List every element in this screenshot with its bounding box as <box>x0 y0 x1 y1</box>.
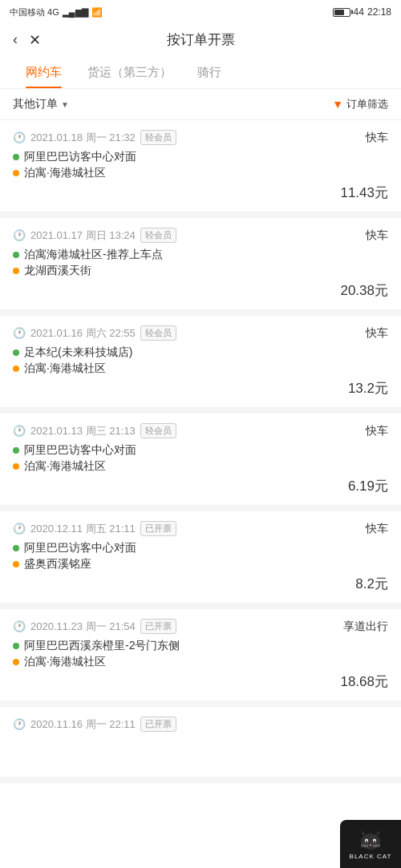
order-meta-left-2: 🕐 2021.01.17 周日 13:24 轻会员 <box>13 228 176 243</box>
order-item-2[interactable]: 🕐 2021.01.17 周日 13:24 轻会员 快车 泊寓海港城社区-推荐上… <box>0 218 401 316</box>
close-button[interactable]: ✕ <box>29 31 41 49</box>
dot-from-icon-6 <box>13 643 19 649</box>
clock-icon-5: 🕐 <box>13 523 26 535</box>
order-type-4: 快车 <box>366 424 388 438</box>
route-to-text-5: 盛奥西溪铭座 <box>24 557 91 571</box>
order-badge-3: 轻会员 <box>140 325 176 341</box>
route-from-3: 足本纪(未来科技城店) <box>13 345 388 360</box>
order-price-5: 8.2元 <box>355 575 388 593</box>
dot-from-icon-5 <box>13 545 19 551</box>
order-footer-6: 18.68元 <box>13 672 388 691</box>
order-badge-5: 已开票 <box>140 521 176 536</box>
svg-marker-2 <box>375 830 380 835</box>
order-item-6[interactable]: 🕐 2020.11.23 周一 21:54 已开票 享道出行 阿里巴巴西溪亲橙里… <box>0 609 401 707</box>
order-footer-1: 11.43元 <box>13 184 388 202</box>
order-item-7[interactable]: 🕐 2020.11.16 周一 22:11 已开票 <box>0 707 401 783</box>
order-item-4[interactable]: 🕐 2021.01.13 周三 21:13 轻会员 快车 阿里巴巴访客中心对面 … <box>0 414 401 511</box>
clock-icon-6: 🕐 <box>13 620 26 632</box>
chevron-down-icon: ▼ <box>61 100 69 109</box>
black-cat-watermark: BLACK CAT <box>340 820 401 868</box>
dot-to-icon-4 <box>13 463 19 470</box>
route-to-1: 泊寓·海港城社区 <box>13 166 388 180</box>
order-type-2: 快车 <box>366 228 388 243</box>
header: ‹ ✕ 按订单开票 <box>0 22 401 57</box>
order-price-1: 11.43元 <box>340 184 388 202</box>
dot-to-icon-3 <box>13 365 19 372</box>
svg-point-6 <box>374 840 375 842</box>
svg-point-5 <box>366 840 367 842</box>
order-time-5: 2020.12.11 周五 21:11 <box>30 522 136 536</box>
battery-fill <box>334 10 345 15</box>
route-to-text-4: 泊寓·海港城社区 <box>24 459 106 474</box>
order-selector-label: 其他订单 <box>13 97 58 111</box>
route-to-6: 泊寓·海港城社区 <box>13 655 388 669</box>
order-item-3[interactable]: 🕐 2021.01.16 周六 22:55 轻会员 快车 足本纪(未来科技城店)… <box>0 316 401 414</box>
dot-to-icon-2 <box>13 268 19 274</box>
order-route-4: 阿里巴巴访客中心对面 泊寓·海港城社区 <box>13 443 388 474</box>
order-route-3: 足本纪(未来科技城店) 泊寓·海港城社区 <box>13 345 388 376</box>
clock-icon-3: 🕐 <box>13 327 26 339</box>
back-button[interactable]: ‹ <box>13 31 18 48</box>
svg-marker-1 <box>361 830 366 835</box>
status-right: 44 22:18 <box>333 6 391 18</box>
order-list: 🕐 2021.01.18 周一 21:32 轻会员 快车 阿里巴巴访客中心对面 … <box>0 120 401 783</box>
order-price-2: 20.38元 <box>340 281 388 300</box>
order-type-3: 快车 <box>366 326 388 341</box>
tab-bar: 网约车 货运（第三方） 骑行 <box>0 57 401 89</box>
order-route-6: 阿里巴巴西溪亲橙里-2号门东侧 泊寓·海港城社区 <box>13 639 388 669</box>
route-from-6: 阿里巴巴西溪亲橙里-2号门东侧 <box>13 639 388 653</box>
order-type-1: 快车 <box>366 131 388 145</box>
order-price-6: 18.68元 <box>340 672 388 691</box>
route-from-4: 阿里巴巴访客中心对面 <box>13 443 388 458</box>
order-route-5: 阿里巴巴访客中心对面 盛奥西溪铭座 <box>13 541 388 571</box>
battery-level: 44 <box>354 6 364 18</box>
order-route-1: 阿里巴巴访客中心对面 泊寓·海港城社区 <box>13 150 388 180</box>
order-meta-4: 🕐 2021.01.13 周三 21:13 轻会员 快车 <box>13 423 388 438</box>
order-footer-5: 8.2元 <box>13 575 388 593</box>
route-to-text-1: 泊寓·海港城社区 <box>24 166 106 180</box>
route-to-2: 龙湖西溪天街 <box>13 264 388 278</box>
order-meta-3: 🕐 2021.01.16 周六 22:55 轻会员 快车 <box>13 325 388 341</box>
route-from-text-1: 阿里巴巴访客中心对面 <box>24 150 136 164</box>
order-time-3: 2021.01.16 周六 22:55 <box>30 326 136 341</box>
route-from-2: 泊寓海港城社区-推荐上车点 <box>13 248 388 262</box>
dot-to-icon-1 <box>13 170 19 176</box>
order-meta-2: 🕐 2021.01.17 周日 13:24 轻会员 快车 <box>13 228 388 243</box>
route-from-text-4: 阿里巴巴访客中心对面 <box>24 443 136 458</box>
tab-ridehail[interactable]: 网约车 <box>13 57 75 88</box>
route-to-text-6: 泊寓·海港城社区 <box>24 655 106 669</box>
wifi-icon: 📶 <box>91 7 103 18</box>
order-item-5[interactable]: 🕐 2020.12.11 周五 21:11 已开票 快车 阿里巴巴访客中心对面 … <box>0 511 401 609</box>
order-badge-1: 轻会员 <box>140 130 176 145</box>
clock-icon-7: 🕐 <box>13 718 26 730</box>
order-price-4: 6.19元 <box>348 477 388 495</box>
carrier-text: 中国移动 4G <box>10 6 59 18</box>
order-meta-7: 🕐 2020.11.16 周一 22:11 已开票 <box>13 717 388 732</box>
order-type-6: 享道出行 <box>343 620 388 634</box>
order-badge-2: 轻会员 <box>140 228 176 243</box>
route-from-text-5: 阿里巴巴访客中心对面 <box>24 541 136 555</box>
status-bar: 中国移动 4G ▂▄▆▇ 📶 44 22:18 <box>0 0 401 22</box>
order-selector[interactable]: 其他订单 ▼ <box>13 97 69 111</box>
order-footer-3: 13.2元 <box>13 379 388 398</box>
order-meta-left-5: 🕐 2020.12.11 周五 21:11 已开票 <box>13 521 176 536</box>
order-footer-2: 20.38元 <box>13 281 388 300</box>
clock-icon-4: 🕐 <box>13 425 26 437</box>
order-route-2: 泊寓海港城社区-推荐上车点 龙湖西溪天街 <box>13 248 388 278</box>
order-time-1: 2021.01.18 周一 21:32 <box>30 131 136 145</box>
battery-icon <box>333 8 350 17</box>
svg-point-0 <box>361 834 380 850</box>
order-meta-left-4: 🕐 2021.01.13 周三 21:13 轻会员 <box>13 423 176 438</box>
order-type-5: 快车 <box>366 522 388 536</box>
filter-button[interactable]: ▼ 订单筛选 <box>332 97 388 111</box>
tab-freight[interactable]: 货运（第三方） <box>75 57 184 88</box>
order-time-2: 2021.01.17 周日 13:24 <box>30 228 136 243</box>
order-meta-1: 🕐 2021.01.18 周一 21:32 轻会员 快车 <box>13 130 388 145</box>
order-badge-7: 已开票 <box>140 717 176 732</box>
order-item-1[interactable]: 🕐 2021.01.18 周一 21:32 轻会员 快车 阿里巴巴访客中心对面 … <box>0 120 401 218</box>
route-to-text-2: 龙湖西溪天街 <box>24 264 91 278</box>
tab-cycling[interactable]: 骑行 <box>184 57 234 88</box>
header-nav: ‹ ✕ <box>13 31 41 49</box>
dot-from-icon-4 <box>13 447 19 454</box>
time-display: 22:18 <box>367 6 391 18</box>
